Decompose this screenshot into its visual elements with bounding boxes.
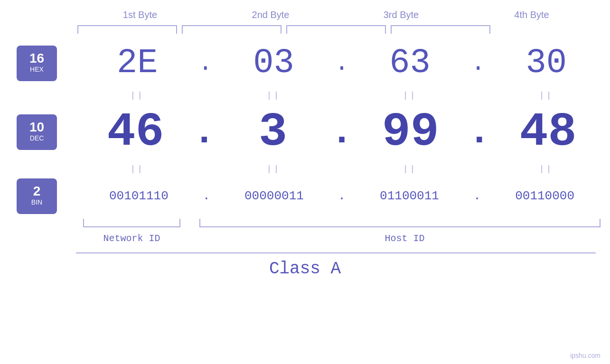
hex-dot2: .: [335, 50, 349, 77]
dec-dot2: .: [330, 111, 353, 154]
dec-label-area: 10 DEC: [0, 114, 74, 150]
byte1-header: 1st Byte: [88, 9, 192, 20]
byte2-header: 2nd Byte: [218, 9, 323, 20]
equals-2-b3: ||: [363, 164, 458, 174]
hex-base-number: 16: [29, 52, 44, 65]
class-label: Class A: [0, 259, 610, 279]
hex-values: 2E . 03 . 63 . 30: [74, 44, 610, 83]
bracket-byte2: [182, 25, 282, 34]
bin-dot2: .: [338, 189, 346, 203]
dec-row: 10 DEC 46 . 3 . 99 . 48: [0, 103, 610, 160]
bin-byte4: 00110000: [497, 189, 592, 203]
bracket-byte1: [77, 25, 177, 34]
equals-2-b1: ||: [90, 164, 185, 174]
dec-byte1: 46: [88, 105, 183, 159]
bin-row: 2 BIN 00101110 . 00000011 . 01100011 . 0…: [0, 177, 610, 215]
hex-byte1: 2E: [90, 44, 185, 83]
bin-label-area: 2 BIN: [0, 178, 74, 214]
host-id-bracket: [199, 219, 601, 227]
equals-row-1: || || || ||: [0, 87, 610, 103]
bin-byte3: 01100011: [362, 189, 457, 203]
byte4-header: 4th Byte: [479, 9, 584, 20]
equals-2-b4: ||: [499, 164, 594, 174]
dec-dot1: .: [193, 111, 216, 154]
dec-byte2: 3: [225, 105, 320, 159]
hex-byte4: 30: [499, 44, 594, 83]
equals-1-b2: ||: [226, 91, 321, 100]
bracket-byte4: [391, 25, 490, 34]
header-brackets: [75, 25, 597, 35]
bin-base-label: 2 BIN: [17, 178, 57, 214]
bin-dot3: .: [473, 189, 481, 203]
bin-values: 00101110 . 00000011 . 01100011 . 0011000…: [74, 189, 610, 203]
dec-base-name: DEC: [30, 134, 44, 143]
bottom-bracket-section: Network ID Host ID: [0, 219, 610, 244]
hex-base-name: HEX: [30, 65, 44, 75]
class-line: [76, 252, 596, 253]
dec-dot3: .: [468, 111, 491, 154]
bin-byte2: 00000011: [226, 189, 321, 203]
bottom-labels: Network ID Host ID: [74, 233, 610, 244]
hex-byte3: 63: [363, 44, 458, 83]
byte3-header: 3rd Byte: [349, 9, 453, 20]
network-id-bracket: [83, 219, 180, 227]
bottom-brackets: [74, 219, 610, 229]
hex-label-area: 16 HEX: [0, 46, 74, 81]
hex-dot3: .: [471, 50, 485, 77]
dec-base-number: 10: [29, 121, 44, 134]
equals-1-b4: ||: [499, 91, 594, 100]
equals-2-b2: ||: [226, 164, 321, 174]
hex-byte2: 03: [226, 44, 321, 83]
bin-byte1: 00101110: [91, 189, 186, 203]
byte-headers: 1st Byte 2nd Byte 3rd Byte 4th Byte: [75, 9, 597, 20]
dec-byte3: 99: [363, 105, 458, 159]
hex-base-label: 16 HEX: [17, 46, 57, 81]
bracket-byte3: [286, 25, 386, 34]
dec-base-label: 10 DEC: [17, 114, 57, 150]
network-id-label: Network ID: [83, 233, 180, 244]
watermark: ipshu.com: [570, 352, 601, 359]
bin-dot1: .: [203, 189, 210, 203]
class-section: Class A: [0, 252, 610, 279]
hex-row: 16 HEX 2E . 03 . 63 . 30: [0, 39, 610, 87]
main-container: 1st Byte 2nd Byte 3rd Byte 4th Byte 16 H…: [0, 0, 610, 364]
bin-base-number: 2: [33, 185, 41, 198]
equals-row-2: || || || ||: [0, 160, 610, 177]
equals-1-b3: ||: [363, 91, 458, 100]
bin-base-name: BIN: [31, 198, 42, 207]
dec-byte4: 48: [501, 105, 596, 159]
hex-dot1: .: [198, 50, 213, 77]
equals-1-b1: ||: [90, 91, 185, 100]
dec-values: 46 . 3 . 99 . 48: [74, 105, 610, 159]
host-id-label: Host ID: [209, 233, 601, 244]
